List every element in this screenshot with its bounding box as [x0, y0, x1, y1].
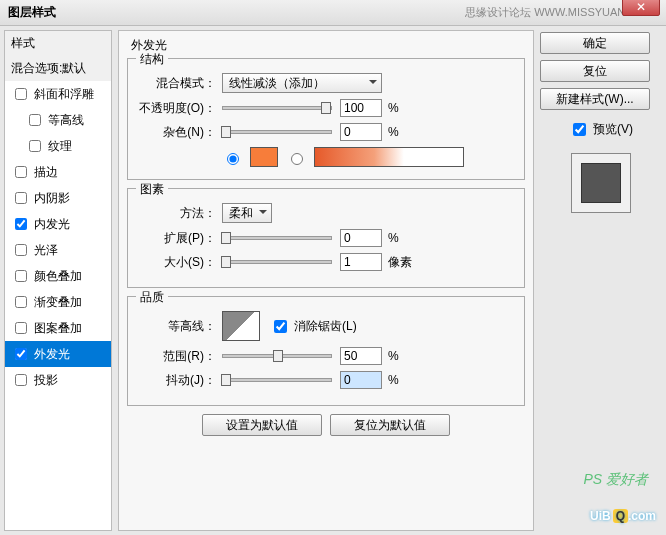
preview-checkbox[interactable]	[573, 123, 586, 136]
style-item-8[interactable]: 渐变叠加	[5, 289, 111, 315]
style-checkbox[interactable]	[29, 140, 41, 152]
watermark-psahz: PS 爱好者	[583, 471, 648, 489]
range-slider[interactable]	[222, 354, 332, 358]
style-item-label: 颜色叠加	[34, 268, 82, 285]
spread-unit: %	[388, 231, 418, 245]
opacity-label: 不透明度(O)：	[136, 100, 222, 117]
titlebar[interactable]: 图层样式 思缘设计论坛 WWW.MISSYUAN.COM ✕	[0, 0, 666, 26]
style-item-label: 投影	[34, 372, 58, 389]
style-item-10[interactable]: 外发光	[5, 341, 111, 367]
reset-default-button[interactable]: 复位为默认值	[330, 414, 450, 436]
blend-mode-label: 混合模式：	[136, 75, 222, 92]
jitter-input[interactable]	[340, 371, 382, 389]
style-checkbox[interactable]	[29, 114, 41, 126]
jitter-label: 抖动(J)：	[136, 372, 222, 389]
style-item-2[interactable]: 纹理	[5, 133, 111, 159]
quality-legend: 品质	[136, 289, 168, 306]
style-checkbox[interactable]	[15, 192, 27, 204]
make-default-button[interactable]: 设置为默认值	[202, 414, 322, 436]
style-item-label: 光泽	[34, 242, 58, 259]
window-title: 图层样式	[8, 4, 465, 21]
style-item-label: 纹理	[48, 138, 72, 155]
effect-panel: 外发光 结构 混合模式： 线性减淡（添加） 不透明度(O)： % 杂色(N)：	[118, 30, 534, 531]
style-item-9[interactable]: 图案叠加	[5, 315, 111, 341]
opacity-input[interactable]	[340, 99, 382, 117]
style-checkbox[interactable]	[15, 270, 27, 282]
structure-legend: 结构	[136, 51, 168, 68]
ok-button[interactable]: 确定	[540, 32, 650, 54]
style-checkbox[interactable]	[15, 218, 27, 230]
noise-unit: %	[388, 125, 418, 139]
size-slider[interactable]	[222, 260, 332, 264]
size-input[interactable]	[340, 253, 382, 271]
size-label: 大小(S)：	[136, 254, 222, 271]
style-item-6[interactable]: 光泽	[5, 237, 111, 263]
noise-slider[interactable]	[222, 130, 332, 134]
style-item-label: 斜面和浮雕	[34, 86, 94, 103]
style-checkbox[interactable]	[15, 88, 27, 100]
range-unit: %	[388, 349, 418, 363]
style-item-7[interactable]: 颜色叠加	[5, 263, 111, 289]
style-item-5[interactable]: 内发光	[5, 211, 111, 237]
element-legend: 图素	[136, 181, 168, 198]
style-checkbox[interactable]	[15, 244, 27, 256]
gradient-swatch[interactable]	[314, 147, 464, 167]
list-header-blend[interactable]: 混合选项:默认	[5, 56, 111, 81]
close-icon: ✕	[636, 0, 646, 14]
spread-input[interactable]	[340, 229, 382, 247]
contour-label: 等高线：	[136, 318, 222, 335]
style-checkbox[interactable]	[15, 166, 27, 178]
opacity-unit: %	[388, 101, 418, 115]
group-element: 图素 方法： 柔和 扩展(P)： % 大小(S)： 像素	[127, 188, 525, 288]
blend-mode-select[interactable]: 线性减淡（添加）	[222, 73, 382, 93]
dialog-body: 样式 混合选项:默认 斜面和浮雕等高线纹理描边内阴影内发光光泽颜色叠加渐变叠加图…	[0, 26, 666, 535]
style-item-label: 外发光	[34, 346, 70, 363]
style-item-label: 描边	[34, 164, 58, 181]
preview-label: 预览(V)	[593, 121, 633, 138]
noise-input[interactable]	[340, 123, 382, 141]
technique-select[interactable]: 柔和	[222, 203, 272, 223]
color-swatch[interactable]	[250, 147, 278, 167]
antialias-checkbox[interactable]	[274, 320, 287, 333]
style-item-4[interactable]: 内阴影	[5, 185, 111, 211]
range-input[interactable]	[340, 347, 382, 365]
solid-color-radio[interactable]	[227, 153, 239, 165]
watermark-uibq: UiBQ.com	[590, 502, 656, 525]
opacity-slider[interactable]	[222, 106, 332, 110]
cancel-button[interactable]: 复位	[540, 60, 650, 82]
style-item-0[interactable]: 斜面和浮雕	[5, 81, 111, 107]
panel-title: 外发光	[127, 31, 525, 54]
spread-slider[interactable]	[222, 236, 332, 240]
noise-label: 杂色(N)：	[136, 124, 222, 141]
size-unit: 像素	[388, 254, 418, 271]
right-panel: 确定 复位 新建样式(W)... 预览(V)	[540, 30, 662, 531]
contour-picker[interactable]	[222, 311, 260, 341]
style-item-3[interactable]: 描边	[5, 159, 111, 185]
group-structure: 结构 混合模式： 线性减淡（添加） 不透明度(O)： % 杂色(N)： %	[127, 58, 525, 180]
jitter-slider[interactable]	[222, 378, 332, 382]
preview-swatch	[581, 163, 621, 203]
style-item-label: 图案叠加	[34, 320, 82, 337]
new-style-button[interactable]: 新建样式(W)...	[540, 88, 650, 110]
style-checkbox[interactable]	[15, 374, 27, 386]
style-checkbox[interactable]	[15, 348, 27, 360]
preview-box	[571, 153, 631, 213]
style-checkbox[interactable]	[15, 296, 27, 308]
antialias-label: 消除锯齿(L)	[294, 318, 357, 335]
list-header-style[interactable]: 样式	[5, 31, 111, 56]
group-quality: 品质 等高线： 消除锯齿(L) 范围(R)： % 抖动(J)：	[127, 296, 525, 406]
jitter-unit: %	[388, 373, 418, 387]
style-item-label: 内阴影	[34, 190, 70, 207]
gradient-radio[interactable]	[291, 153, 303, 165]
style-item-label: 内发光	[34, 216, 70, 233]
layer-style-dialog: 图层样式 思缘设计论坛 WWW.MISSYUAN.COM ✕ 样式 混合选项:默…	[0, 0, 666, 535]
style-item-11[interactable]: 投影	[5, 367, 111, 393]
style-item-label: 等高线	[48, 112, 84, 129]
style-item-label: 渐变叠加	[34, 294, 82, 311]
close-button[interactable]: ✕	[622, 0, 660, 16]
spread-label: 扩展(P)：	[136, 230, 222, 247]
technique-label: 方法：	[136, 205, 222, 222]
style-item-1[interactable]: 等高线	[5, 107, 111, 133]
styles-list: 样式 混合选项:默认 斜面和浮雕等高线纹理描边内阴影内发光光泽颜色叠加渐变叠加图…	[4, 30, 112, 531]
style-checkbox[interactable]	[15, 322, 27, 334]
